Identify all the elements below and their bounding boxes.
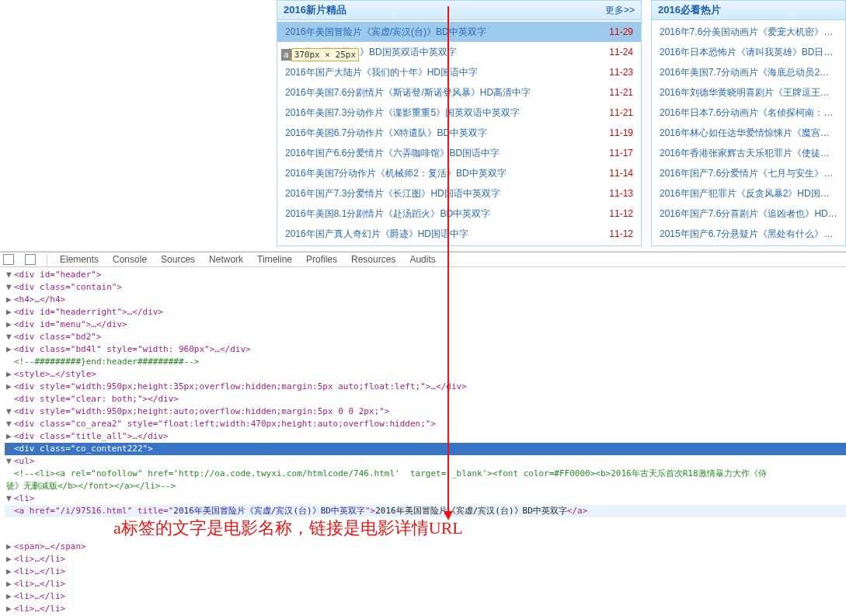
list-item: 2016年国产犯罪片《反贪风暴2》HD国语中英 [652, 183, 845, 204]
disclosure-triangle[interactable]: ▶ [6, 430, 14, 443]
devtools-tab[interactable]: Audits [408, 253, 437, 266]
disclosure-triangle[interactable]: ▼ [6, 455, 14, 468]
disclosure-triangle[interactable]: ▼ [6, 492, 14, 505]
disclosure-triangle[interactable]: ▼ [6, 418, 14, 430]
movie-link[interactable]: 2016年刘德华黄晓明喜剧片《王牌逗王牌》H [660, 85, 837, 99]
movie-link[interactable]: 2016年美国7.6分剧情片《斯诺登/斯诺登风暴》HD高清中字 [285, 85, 601, 99]
disclosure-triangle[interactable]: ▶ [6, 541, 14, 553]
panel-header: 2016必看热片 [652, 1, 845, 20]
inspect-icon[interactable] [3, 254, 14, 265]
list-item: 2016年美国7分动作片《机械师2：复活》BD中英双字11-14 [277, 163, 641, 183]
movie-link[interactable]: 2016年国产真人奇幻片《爵迹》HD国语中字 [285, 227, 601, 241]
list-item: 2016年香港张家辉古天乐犯罪片《使徒行者电 [652, 143, 845, 163]
date-label: 11-24 [609, 45, 633, 59]
disclosure-triangle[interactable]: ▶ [6, 318, 14, 331]
movie-link[interactable]: 2016年美国6.7分动作片《X特遣队》BD中英双字 [285, 126, 601, 140]
separator [47, 254, 47, 265]
movie-link[interactable]: 2016年国产7.6分喜剧片《追凶者也》HD国语 [660, 207, 837, 221]
devtools-tab[interactable]: Resources [350, 253, 397, 266]
tooltip-tag: a [281, 49, 291, 61]
list-item: 2016年美国冒险片《宾虚/宾汉(台)》BD中英双字11-29 [277, 22, 641, 42]
panel-header: 2016新片精品 更多>> [277, 1, 641, 20]
disclosure-triangle[interactable]: ▼ [6, 443, 14, 455]
disclosure-triangle[interactable]: ▶ [6, 566, 14, 578]
disclosure-triangle[interactable]: ▶ [6, 343, 14, 356]
list-item: 2016年美国8.1分剧情片《赴汤蹈火》BD中英双字11-12 [277, 204, 641, 224]
disclosure-triangle[interactable]: ▶ [6, 294, 14, 306]
list-item: 2016年国产大陆片《我们的十年》HD国语中字11-23 [277, 62, 641, 82]
date-label: 11-19 [609, 126, 633, 140]
list-item: 2016年国产6.6分爱情片《六弄咖啡馆》BD国语中字11-17 [277, 143, 641, 163]
list-item: 2016年林心如任达华爱情惊悚片《魔宫魅影》 [652, 123, 845, 143]
date-label: 11-29 [609, 25, 633, 39]
list-item: 2016年国产真人奇幻片《爵迹》HD国语中字11-12 [277, 224, 641, 244]
list-item: 2016年刘德华黄晓明喜剧片《王牌逗王牌》H [652, 82, 845, 103]
movie-link[interactable]: 2016年国产6.6分爱情片《六弄咖啡馆》BD国语中字 [285, 146, 601, 160]
movie-link[interactable]: 2016年美国8.1分剧情片《赴汤蹈火》BD中英双字 [285, 207, 601, 221]
annotation-text: a标签的文字是电影名称，链接是电影详情URL [5, 517, 846, 541]
element-inspector-tooltip: a370px × 25px [281, 49, 359, 60]
left-panel: 2016新片精品 更多>> 2016年美国冒险片《宾虚/宾汉(台)》BD中英双字… [277, 0, 642, 246]
devtools-tab[interactable]: Sources [159, 253, 197, 266]
hovered-dom-node[interactable]: <a href="/i/97516.html" title="2016年美国冒险… [5, 505, 846, 517]
movie-link[interactable]: 2016年林心如任达华爱情惊悚片《魔宫魅影》 [660, 126, 837, 140]
devtools: ElementsConsoleSourcesNetworkTimelinePro… [0, 252, 846, 616]
devtools-tab[interactable]: Console [111, 253, 148, 266]
devtools-tab[interactable]: Elements [58, 253, 100, 266]
list-item: 2015年国产6.7分悬疑片《黑处有什么》HD国 [652, 224, 845, 244]
movie-link[interactable]: 2016年国产犯罪片《反贪风暴2》HD国语中英 [660, 186, 837, 200]
list-item: 2016年美国7.7分动画片《海底总动员2》BD [652, 62, 845, 82]
devtools-tab[interactable]: Timeline [256, 253, 294, 266]
disclosure-triangle[interactable]: ▶ [6, 368, 14, 381]
list-item: 2016年日本恐怖片《请叫我英雄》BD日语中字 [652, 42, 845, 62]
disclosure-triangle[interactable]: ▶ [6, 553, 14, 566]
disclosure-triangle[interactable]: ▶ [6, 381, 14, 393]
tooltip-dimensions: 370px × 25px [291, 48, 359, 61]
disclosure-triangle[interactable]: ▼ [6, 405, 14, 418]
list-item: 2016年国产7.3分爱情片《长江图》HD国语中英双字11-13 [277, 183, 641, 204]
page-content: 2016新片精品 更多>> 2016年美国冒险片《宾虚/宾汉(台)》BD中英双字… [0, 0, 846, 252]
devtools-tab[interactable]: Network [207, 253, 245, 266]
movie-link[interactable]: 2016年国产7.6分爱情片《七月与安生》HD国 [660, 166, 837, 180]
date-label: 11-12 [609, 207, 633, 221]
device-icon[interactable] [25, 254, 36, 265]
movie-link[interactable]: 2016年美国7.3分动作片《谍影重重5》国英双语中英双字 [285, 106, 601, 120]
devtools-tabbar: ElementsConsoleSourcesNetworkTimelinePro… [0, 252, 846, 267]
movie-link[interactable]: 2015年国产6.7分悬疑片《黑处有什么》HD国 [660, 227, 837, 241]
more-link[interactable]: 更多>> [605, 4, 635, 17]
movie-link[interactable]: 2016年美国7分动作片《机械师2：复活》BD中英双字 [285, 166, 601, 180]
list-item: 2016年国产7.6分爱情片《七月与安生》HD国 [652, 163, 845, 183]
panel-title: 2016必看热片 [658, 3, 721, 17]
list-item: 2016年日本7.6分动画片《名侦探柯南：纯黑的 [652, 103, 845, 123]
date-label: 11-12 [609, 227, 633, 241]
movie-link[interactable]: 2016年美国冒险片《宾虚/宾汉(台)》BD中英双字 [285, 25, 601, 39]
list-item: 2016年美国6.7分动作片《X特遣队》BD中英双字11-19 [277, 123, 641, 143]
list-item: 2016年美国7.3分动作片《谍影重重5》国英双语中英双字11-21 [277, 103, 641, 123]
list-item: 2016年国产7.6分喜剧片《追凶者也》HD国语 [652, 204, 845, 224]
date-label: 11-21 [609, 106, 633, 120]
movie-link[interactable]: 2016年香港张家辉古天乐犯罪片《使徒行者电 [660, 146, 837, 160]
movie-link[interactable]: 2016年国产7.3分爱情片《长江图》HD国语中英双字 [285, 186, 601, 200]
date-label: 11-21 [609, 85, 633, 99]
selected-dom-node[interactable]: ▼<div class="co_content222"> [5, 443, 846, 455]
disclosure-triangle[interactable]: ▶ [6, 590, 14, 603]
disclosure-triangle[interactable]: ▼ [6, 281, 14, 294]
disclosure-triangle[interactable]: ▼ [6, 269, 14, 281]
movie-link[interactable]: 2016年国产大陆片《我们的十年》HD国语中字 [285, 65, 601, 79]
dom-tree[interactable]: ▼<div id="header"> ▼<div class="contain"… [0, 267, 846, 616]
movie-link[interactable]: 2016年美国7.7分动画片《海底总动员2》BD [660, 65, 837, 79]
disclosure-triangle[interactable]: ▶ [6, 306, 14, 318]
disclosure-triangle[interactable]: ▶ [6, 578, 14, 590]
movie-link[interactable]: 2016年日本恐怖片《请叫我英雄》BD日语中字 [660, 45, 837, 59]
list-item: 2016年7.6分美国动画片《爱宠大机密》BD国 [652, 22, 845, 42]
movie-link[interactable]: 2016年日本7.6分动画片《名侦探柯南：纯黑的 [660, 106, 837, 120]
date-label: 11-17 [609, 146, 633, 160]
devtools-tab[interactable]: Profiles [305, 253, 339, 266]
disclosure-triangle[interactable]: ▶ [6, 603, 14, 615]
list-item: 2016年美国7.6分剧情片《斯诺登/斯诺登风暴》HD高清中字11-21 [277, 82, 641, 103]
disclosure-triangle[interactable]: ▼ [6, 331, 14, 343]
date-label: 11-14 [609, 166, 633, 180]
date-label: 11-13 [609, 186, 633, 200]
movie-link[interactable]: 2016年7.6分美国动画片《爱宠大机密》BD国 [660, 25, 837, 39]
date-label: 11-23 [609, 65, 633, 79]
